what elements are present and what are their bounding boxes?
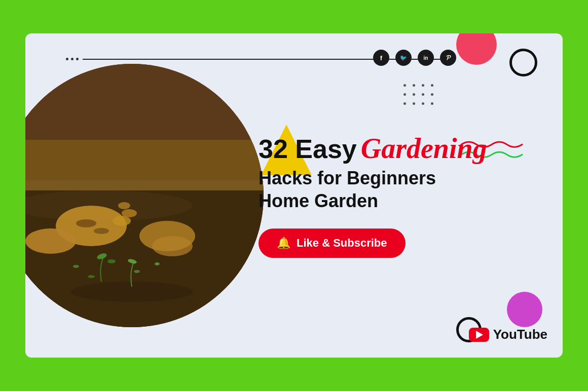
outer-background: f 🐦 in 𝓟 [0, 0, 588, 391]
svg-point-18 [152, 236, 193, 256]
pinterest-icon[interactable]: 𝓟 [440, 50, 456, 66]
svg-point-6 [134, 270, 140, 273]
dot-grid-item [413, 102, 415, 105]
dot-group-left [66, 58, 79, 60]
title-part1: 32 Easy [259, 135, 357, 164]
dot-grid-item [422, 93, 424, 96]
title-gardening: Gardening [361, 133, 487, 165]
title-line-2: Hacks for Beginners [259, 167, 522, 190]
svg-point-8 [155, 262, 160, 265]
dot-grid-item [413, 84, 415, 87]
dot-grid-item [403, 84, 406, 87]
dot-grid-item [422, 84, 424, 87]
dot-grid-item [431, 93, 433, 96]
title-line-1: 32 Easy Gardening [259, 133, 522, 165]
svg-rect-2 [25, 180, 264, 190]
svg-point-15 [76, 219, 96, 227]
dot-grid-item [403, 93, 406, 96]
deco-purple-circle [507, 292, 542, 327]
bell-icon: 🔔 [277, 237, 290, 250]
dot-1 [66, 58, 68, 60]
dot-3 [76, 58, 79, 60]
svg-point-12 [113, 216, 131, 226]
dot-grid-item [431, 84, 433, 87]
dot-2 [71, 58, 74, 60]
svg-point-11 [25, 228, 76, 254]
dot-grid [403, 84, 436, 107]
twitter-icon[interactable]: 🐦 [395, 50, 412, 66]
svg-point-5 [107, 259, 116, 263]
garden-photo [25, 64, 264, 327]
subscribe-label: Like & Subscribe [297, 237, 387, 250]
facebook-icon[interactable]: f [373, 50, 389, 66]
dot-grid-item [403, 102, 406, 105]
svg-point-7 [88, 275, 95, 278]
svg-point-16 [94, 228, 109, 234]
youtube-label: YouTube [493, 327, 547, 342]
svg-point-14 [118, 202, 130, 209]
garden-image [25, 64, 264, 327]
title-block: 32 Easy Gardening Hacks for Beginners Ho… [259, 133, 522, 212]
content-area: 32 Easy Gardening Hacks for Beginners Ho… [259, 133, 522, 258]
dot-grid-item [413, 93, 415, 96]
youtube-logo [469, 328, 489, 342]
social-icons: f 🐦 in 𝓟 [373, 50, 456, 66]
youtube-play-icon [476, 331, 483, 339]
svg-point-13 [122, 209, 137, 217]
linkedin-icon[interactable]: in [418, 50, 434, 66]
garden-svg [25, 64, 264, 327]
title-line-3: Home Garden [259, 190, 522, 212]
deco-black-circle-top [509, 49, 537, 76]
youtube-brand: YouTube [469, 327, 547, 342]
subscribe-button[interactable]: 🔔 Like & Subscribe [259, 228, 406, 258]
dot-grid-item [431, 102, 433, 105]
deco-pink-circle [456, 33, 497, 65]
svg-point-9 [73, 265, 79, 268]
thumbnail-card: f 🐦 in 𝓟 [25, 33, 563, 358]
dot-grid-item [422, 102, 424, 105]
